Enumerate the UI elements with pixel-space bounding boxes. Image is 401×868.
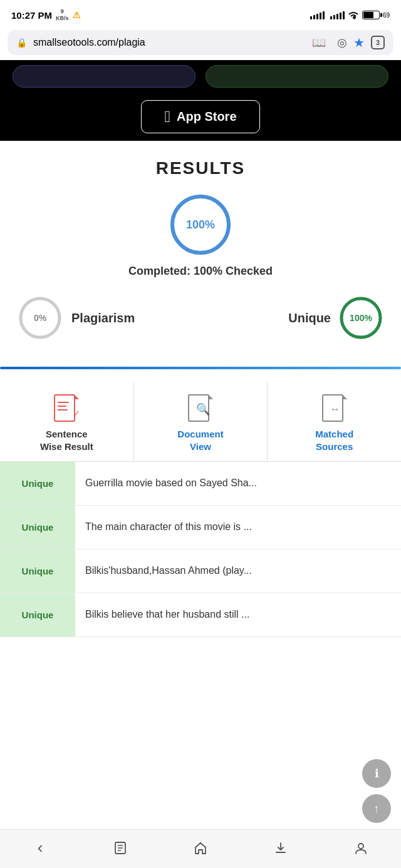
unique-circle: 100%	[340, 297, 382, 339]
scroll-up-button[interactable]: ↑	[362, 794, 391, 823]
result-item: Unique Guerrilla movie based on Sayed Sh…	[0, 462, 401, 506]
svg-point-11	[358, 844, 363, 849]
status-bar: 10:27 PM 9 KB/s ⚠ 69	[0, 0, 401, 28]
nav-back-button[interactable]: ‹	[24, 837, 56, 859]
address-bar[interactable]: 🔒 smallseotools.com/plagia 📖 ◎ ★ 3	[8, 30, 393, 55]
bottom-nav: ‹	[0, 829, 401, 868]
refresh-icon[interactable]: ◎	[337, 36, 347, 49]
unique-percent: 100%	[350, 313, 372, 323]
banner-pill-right	[206, 65, 388, 88]
tab-matched-label: Matched Sources	[315, 428, 353, 452]
result-badge-2: Unique	[0, 549, 75, 593]
result-text-1: The main character of this movie is ...	[75, 511, 401, 543]
result-item: Unique The main character of this movie …	[0, 506, 401, 549]
status-time: 10:27 PM	[11, 10, 52, 21]
floating-buttons: ℹ ↑	[362, 759, 391, 823]
results-title: RESULTS	[13, 158, 388, 178]
lock-icon: 🔒	[16, 38, 27, 48]
tab-sentence-label: Sentence Wise Result	[40, 428, 93, 452]
wifi-icon	[348, 11, 359, 19]
tab-count[interactable]: 3	[371, 36, 385, 49]
document-view-icon: 🔍	[184, 391, 217, 423]
unique-label: Unique	[288, 311, 331, 325]
result-badge-0: Unique	[0, 462, 75, 505]
bookmarks-icon[interactable]: 📖	[312, 36, 326, 49]
apple-logo-icon: 	[164, 107, 170, 126]
plagiarism-section: 0% Plagiarism	[19, 297, 135, 339]
nav-bookmarks-button[interactable]	[105, 837, 136, 859]
battery-text: 69	[383, 12, 390, 19]
home-nav-icon	[194, 841, 207, 855]
app-banner	[0, 60, 401, 93]
tab-document-view[interactable]: 🔍 Document View	[134, 382, 268, 461]
battery-icon	[362, 11, 380, 19]
download-nav-icon	[274, 841, 288, 855]
plagiarism-percent: 0%	[34, 313, 46, 323]
info-float-button[interactable]: ℹ	[362, 759, 391, 788]
tab-document-label: Document View	[177, 428, 223, 452]
result-item: Unique Bilkis believe that her husband s…	[0, 593, 401, 637]
unique-section: Unique 100%	[288, 297, 382, 339]
app-store-label: App Store	[177, 110, 237, 124]
app-store-area:  App Store	[0, 93, 401, 141]
warning-icon: ⚠	[73, 10, 81, 20]
sentence-wise-icon: ✓	[50, 391, 83, 423]
info-icon: ℹ	[375, 767, 379, 780]
matched-sources-icon: ↔	[318, 391, 351, 423]
result-text-2: Bilkis'husband,Hassan Ahmed (play...	[75, 555, 401, 586]
main-progress-circle: 100%	[13, 193, 388, 256]
tab-icons-row: ✓ Sentence Wise Result 🔍 Document View ↔…	[0, 382, 401, 462]
nav-download-button[interactable]	[265, 837, 296, 859]
status-time-group: 10:27 PM 9 KB/s ⚠	[11, 8, 81, 22]
result-text-0: Guerrilla movie based on Sayed Sha...	[75, 467, 401, 499]
results-list: Unique Guerrilla movie based on Sayed Sh…	[0, 462, 401, 637]
arrows-icon: ↔	[330, 404, 339, 415]
result-text-3: Bilkis believe that her husband still ..…	[75, 599, 401, 630]
plagiarism-circle: 0%	[19, 297, 61, 339]
up-arrow-icon: ↑	[374, 802, 380, 815]
status-kb: 9 KB/s	[56, 8, 69, 22]
plag-unique-row: 0% Plagiarism Unique 100%	[13, 290, 388, 345]
svg-rect-10	[276, 852, 286, 853]
nav-profile-button[interactable]	[345, 837, 377, 859]
url-text[interactable]: smallseotools.com/plagia	[33, 37, 301, 48]
results-section: RESULTS 100% Completed: 100% Checked 0% …	[0, 141, 401, 367]
status-icons: 69	[310, 11, 390, 19]
tab-matched-sources[interactable]: ↔ Matched Sources	[268, 382, 401, 461]
star-icon[interactable]: ★	[353, 35, 365, 50]
blue-divider	[0, 367, 401, 369]
nav-home-button[interactable]	[185, 837, 216, 859]
profile-nav-icon	[354, 841, 368, 855]
tab-sentence-wise[interactable]: ✓ Sentence Wise Result	[0, 382, 134, 461]
result-badge-1: Unique	[0, 506, 75, 549]
signal-bars-2	[330, 11, 345, 19]
app-store-button[interactable]:  App Store	[141, 100, 259, 133]
result-item: Unique Bilkis'husband,Hassan Ahmed (play…	[0, 549, 401, 593]
bookmarks-nav-icon	[113, 841, 127, 855]
plagiarism-label: Plagiarism	[71, 311, 135, 325]
banner-pill-left	[13, 65, 195, 88]
completed-text: Completed: 100% Checked	[13, 265, 388, 278]
signal-bars	[310, 11, 325, 19]
result-badge-3: Unique	[0, 593, 75, 636]
main-circle-percent: 100%	[186, 218, 215, 232]
